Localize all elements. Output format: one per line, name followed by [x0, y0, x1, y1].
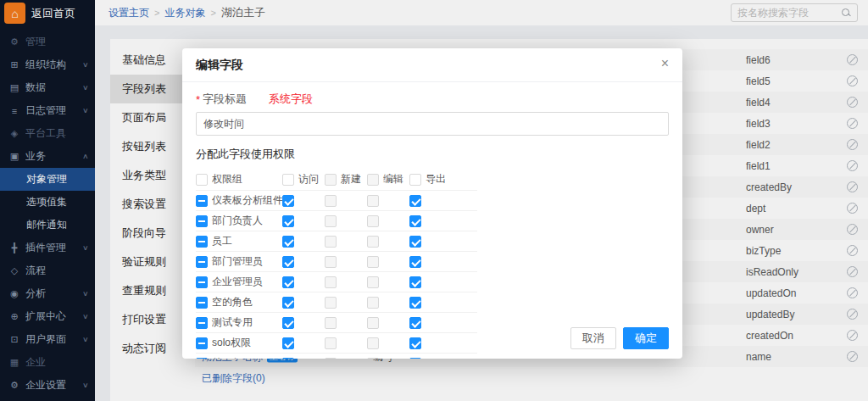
checkbox: [325, 358, 337, 359]
app-root: ⌂ 返回首页 ⚙管理⊞组织结构∨▤数据∨≡日志管理∨◈平台工具▣业务∧对象管理选…: [0, 0, 868, 401]
system-field-annotation: 系统字段: [269, 92, 313, 107]
perm-cell: [282, 317, 325, 329]
perm-column-label: 权限组: [212, 172, 242, 187]
perm-row-name-cell: 企业管理员: [196, 275, 282, 289]
checkbox[interactable]: [196, 236, 208, 248]
checkbox[interactable]: [196, 297, 208, 309]
perm-cell: [325, 337, 367, 349]
perm-cell: [367, 256, 409, 268]
field-title-label: 字段标题: [203, 92, 247, 107]
checkbox: [367, 317, 379, 329]
checkbox[interactable]: [196, 337, 208, 349]
perm-cell: [367, 215, 409, 227]
perm-cell: [409, 276, 452, 288]
perm-group-name: 部门负责人: [212, 214, 263, 228]
checkbox[interactable]: [409, 297, 421, 309]
perm-row-name-cell: solo权限: [196, 336, 282, 350]
checkbox[interactable]: [409, 195, 421, 207]
checkbox: [367, 358, 379, 359]
checkbox[interactable]: [196, 276, 208, 288]
perm-group-name: 空的角色: [212, 295, 253, 309]
perm-cell: [282, 256, 325, 268]
perm-cell: [409, 297, 452, 309]
checkbox[interactable]: [409, 337, 421, 349]
perm-column-label: 导出: [426, 172, 446, 187]
perm-cell: [409, 215, 452, 227]
checkbox: [325, 337, 337, 349]
perm-row: 员工: [196, 231, 477, 252]
checkbox[interactable]: [196, 358, 208, 359]
perm-cell: [325, 195, 367, 207]
checkbox: [325, 236, 337, 248]
close-icon[interactable]: ×: [661, 57, 669, 70]
cancel-button[interactable]: 取消: [570, 327, 616, 349]
checkbox: [325, 276, 337, 288]
perm-row-name-cell: 单一权限: [196, 356, 282, 359]
checkbox[interactable]: [196, 317, 208, 329]
checkbox[interactable]: [196, 174, 208, 186]
perm-row-name-cell: 部门负责人: [196, 214, 282, 228]
checkbox[interactable]: [282, 195, 294, 207]
checkbox[interactable]: [282, 256, 294, 268]
checkbox[interactable]: [282, 236, 294, 248]
checkbox: [325, 256, 337, 268]
perm-cell: [282, 297, 325, 309]
perm-cell: [325, 358, 367, 359]
checkbox[interactable]: [409, 358, 421, 359]
perm-group-name: 部门管理员: [212, 254, 263, 269]
checkbox[interactable]: [282, 297, 294, 309]
checkbox[interactable]: [282, 317, 294, 329]
perm-cell: [367, 236, 409, 248]
perm-cell: [367, 317, 409, 329]
perm-cell: [325, 276, 367, 288]
checkbox[interactable]: [196, 256, 208, 268]
checkbox: [367, 215, 379, 227]
perm-cell: [325, 317, 367, 329]
perm-cell: [325, 256, 367, 268]
checkbox[interactable]: [282, 358, 294, 359]
perm-cell: [282, 276, 325, 288]
checkbox: [367, 276, 379, 288]
ok-button[interactable]: 确定: [623, 327, 669, 349]
checkbox[interactable]: [282, 215, 294, 227]
modal-title: 编辑字段: [196, 58, 243, 73]
perm-header-cell: 编辑: [367, 172, 409, 187]
checkbox[interactable]: [409, 236, 421, 248]
perm-row: 单一权限: [196, 354, 477, 359]
perm-row: 部门负责人: [196, 211, 477, 231]
perm-group-name: solo权限: [212, 336, 251, 350]
checkbox[interactable]: [409, 317, 421, 329]
modal-footer: 取消 确定: [570, 327, 669, 349]
checkbox: [325, 174, 337, 186]
checkbox[interactable]: [282, 174, 294, 186]
perm-cell: [367, 195, 409, 207]
perm-group-name: 单一权限: [212, 356, 253, 359]
checkbox[interactable]: [409, 256, 421, 268]
checkbox[interactable]: [409, 276, 421, 288]
perm-cell: [282, 195, 325, 207]
checkbox: [367, 174, 379, 186]
checkbox: [325, 297, 337, 309]
perm-header-row: 权限组访问新建编辑导出: [196, 169, 477, 191]
perm-row-name-cell: 员工: [196, 234, 282, 248]
modal-header: 编辑字段 ×: [182, 48, 682, 82]
perm-group-name: 员工: [212, 234, 232, 248]
perm-group-name: 仪表板分析组件: [212, 193, 283, 208]
field-title-input[interactable]: [196, 112, 669, 136]
checkbox[interactable]: [282, 337, 294, 349]
checkbox[interactable]: [409, 215, 421, 227]
perm-column-label: 访问: [298, 172, 319, 187]
perm-cell: [409, 236, 452, 248]
perm-group-name: 企业管理员: [212, 275, 263, 289]
perm-cell: [367, 337, 409, 349]
perm-header-cell: 新建: [325, 172, 367, 187]
perm-cell: [409, 358, 452, 359]
checkbox: [367, 195, 379, 207]
perm-column-label: 新建: [341, 172, 361, 187]
checkbox: [325, 195, 337, 207]
checkbox[interactable]: [409, 174, 421, 186]
checkbox[interactable]: [196, 215, 208, 227]
checkbox[interactable]: [196, 195, 208, 207]
perm-row-name-cell: 测试专用: [196, 315, 282, 330]
checkbox[interactable]: [282, 276, 294, 288]
